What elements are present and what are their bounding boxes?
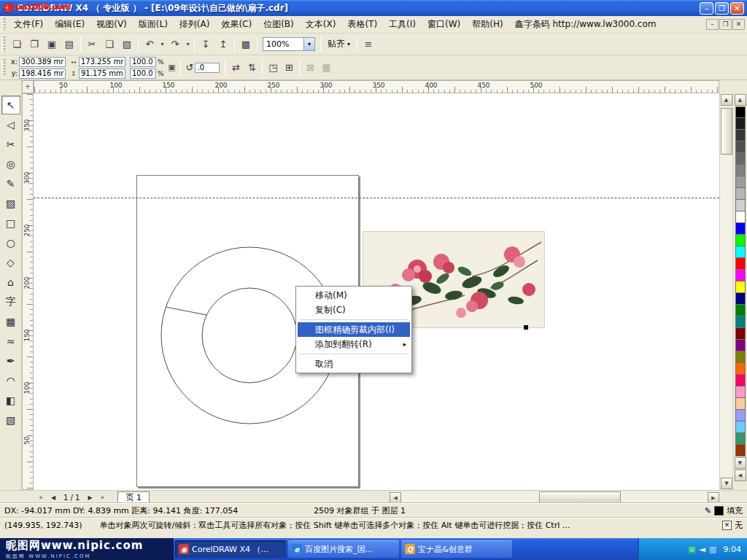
ruler-origin-button[interactable]: + bbox=[22, 80, 34, 93]
scroll-up-button[interactable]: ▲ bbox=[721, 94, 732, 106]
palette-swatch-25[interactable] bbox=[735, 398, 746, 410]
first-page-button[interactable]: « bbox=[35, 492, 47, 503]
menu-bitmaps[interactable]: 位图(B) bbox=[258, 17, 300, 32]
palette-swatch-29[interactable] bbox=[735, 445, 746, 456]
export-button[interactable]: ↥ bbox=[214, 36, 232, 52]
vertical-scroll-thumb[interactable] bbox=[721, 108, 732, 155]
object-height-input[interactable] bbox=[79, 69, 125, 79]
application-launcher-button[interactable]: ▩ bbox=[237, 36, 255, 52]
edit-position-button[interactable]: ⊞ bbox=[281, 60, 297, 76]
scale-y-input[interactable] bbox=[130, 69, 156, 79]
palette-swatch-17[interactable] bbox=[735, 305, 746, 316]
taskbar-button-coreldraw[interactable]: ◉CorelDRAW X4 （... bbox=[175, 540, 286, 558]
undo-button[interactable]: ↶ bbox=[141, 36, 158, 52]
options-button[interactable]: ≡ bbox=[360, 36, 377, 52]
wrap-paragraph-text-button[interactable]: ◳ bbox=[265, 60, 281, 76]
document-restore-button[interactable]: ❐ bbox=[719, 19, 732, 30]
menu-effects[interactable]: 效果(C) bbox=[215, 17, 258, 32]
vertical-ruler[interactable]: 35030025020015010050 bbox=[22, 93, 34, 490]
horizontal-guideline[interactable] bbox=[34, 198, 719, 198]
menu-view[interactable]: 视图(V) bbox=[90, 17, 133, 32]
scroll-down-button[interactable]: ▼ bbox=[721, 478, 732, 489]
ellipse-tool[interactable]: ○ bbox=[1, 233, 20, 252]
palette-swatch-2[interactable] bbox=[735, 130, 746, 141]
context-menu-item[interactable]: 添加到翻转(R)▸ bbox=[298, 337, 410, 351]
paste-button[interactable]: ▧ bbox=[118, 36, 136, 52]
palette-swatch-14[interactable] bbox=[735, 270, 746, 281]
selection-handle[interactable] bbox=[524, 325, 528, 330]
palette-swatch-20[interactable] bbox=[735, 340, 746, 351]
shape-tool[interactable]: ◁ bbox=[1, 115, 20, 134]
page-tab[interactable]: 页 1 bbox=[117, 491, 150, 503]
snap-to-dropdown[interactable]: 贴齐 ▾ bbox=[323, 36, 355, 52]
vertical-scrollbar[interactable]: ▲ ▼ bbox=[719, 93, 732, 490]
menu-layout[interactable]: 版面(L) bbox=[133, 17, 174, 32]
tray-shield-icon[interactable]: ▣ bbox=[688, 545, 695, 553]
interactive-fill-tool[interactable]: ▧ bbox=[1, 411, 20, 429]
open-button[interactable]: ❐ bbox=[26, 36, 43, 52]
palette-scroll-down-button[interactable]: ▼ bbox=[735, 457, 746, 469]
outline-pen-tool[interactable]: ◠ bbox=[1, 371, 20, 390]
blend-tool[interactable]: ≈ bbox=[1, 332, 20, 351]
object-width-input[interactable] bbox=[79, 57, 125, 67]
restore-button[interactable]: ❐ bbox=[715, 2, 729, 15]
close-button[interactable]: ✕ bbox=[730, 2, 744, 15]
redo-button[interactable]: ↷ bbox=[166, 36, 184, 52]
menu-arrange[interactable]: 排列(A) bbox=[174, 17, 216, 32]
palette-swatch-4[interactable] bbox=[735, 153, 746, 165]
rectangle-tool[interactable]: □ bbox=[1, 214, 20, 233]
context-menu-item[interactable]: 移动(M) bbox=[298, 288, 410, 303]
combine-button[interactable]: ⊠ bbox=[302, 60, 318, 76]
rotation-angle-input[interactable] bbox=[195, 63, 220, 73]
palette-swatch-10[interactable] bbox=[735, 223, 746, 235]
undo-button-dropdown-arrow[interactable]: ▾ bbox=[158, 36, 166, 52]
menu-table[interactable]: 表格(T) bbox=[341, 17, 383, 32]
context-menu-item[interactable]: 复制(C) bbox=[298, 303, 410, 317]
palette-swatch-5[interactable] bbox=[735, 165, 746, 176]
smart-fill-tool[interactable]: ▨ bbox=[1, 194, 20, 213]
eyedropper-tool[interactable]: ✒ bbox=[1, 351, 20, 370]
palette-swatch-28[interactable] bbox=[735, 433, 746, 445]
mirror-vertical-button[interactable]: ⇅ bbox=[244, 60, 260, 76]
drawing-canvas[interactable]: 移动(M)复制(C)图框精确剪裁内部(I)添加到翻转(R)▸取消 bbox=[34, 93, 719, 490]
print-button[interactable]: ▤ bbox=[61, 36, 78, 52]
palette-swatch-0[interactable] bbox=[735, 106, 746, 118]
scroll-right-button[interactable]: ▶ bbox=[708, 492, 719, 504]
menu-window[interactable]: 窗口(W) bbox=[422, 17, 466, 32]
horizontal-scroll-thumb[interactable] bbox=[539, 491, 621, 503]
palette-swatch-11[interactable] bbox=[735, 235, 746, 246]
menu-file[interactable]: 文件(F) bbox=[8, 17, 49, 32]
scroll-left-button[interactable]: ◀ bbox=[390, 492, 401, 504]
table-tool[interactable]: ▦ bbox=[1, 312, 20, 331]
menu-tools[interactable]: 工具(I) bbox=[383, 17, 422, 32]
horizontal-scrollbar[interactable]: ◀ ▶ bbox=[390, 491, 719, 503]
basic-shapes-tool[interactable]: ⌂ bbox=[1, 273, 20, 292]
palette-swatch-16[interactable] bbox=[735, 293, 746, 305]
palette-swatch-1[interactable] bbox=[735, 118, 746, 130]
menu-help[interactable]: 帮助(H) bbox=[466, 17, 508, 32]
fill-tool[interactable]: ◧ bbox=[1, 391, 20, 410]
zoom-level-combobox[interactable]: 100% ▾ bbox=[263, 37, 315, 51]
palette-swatch-6[interactable] bbox=[735, 176, 746, 188]
palette-swatch-26[interactable] bbox=[735, 410, 746, 421]
position-y-input[interactable] bbox=[19, 69, 66, 79]
palette-swatch-7[interactable] bbox=[735, 188, 746, 200]
palette-swatch-3[interactable] bbox=[735, 141, 746, 153]
menu-edit[interactable]: 编辑(E) bbox=[49, 17, 90, 32]
group-button[interactable]: ▦ bbox=[318, 60, 334, 76]
palette-scroll-up-button[interactable]: ▲ bbox=[735, 94, 746, 106]
document-minimize-button[interactable]: – bbox=[706, 19, 719, 30]
pick-tool[interactable]: ↖ bbox=[1, 96, 20, 114]
crop-tool[interactable]: ✂ bbox=[1, 135, 20, 154]
taskbar-button-qq-group[interactable]: Q宝ナ晶&创意群 bbox=[401, 540, 512, 558]
menu-plugin-barcode[interactable]: 鑫字条码 http://www.lw3000.com bbox=[509, 17, 662, 32]
palette-swatch-15[interactable] bbox=[735, 281, 746, 293]
save-button[interactable]: ▣ bbox=[43, 36, 61, 52]
palette-swatch-12[interactable] bbox=[735, 246, 746, 258]
palette-swatch-19[interactable] bbox=[735, 328, 746, 340]
import-button[interactable]: ↧ bbox=[197, 36, 214, 52]
tray-network-icon[interactable]: ▥ bbox=[709, 545, 716, 553]
copy-button[interactable]: ❑ bbox=[101, 36, 118, 52]
palette-swatch-27[interactable] bbox=[735, 421, 746, 433]
property-bar-grip[interactable] bbox=[2, 59, 6, 76]
